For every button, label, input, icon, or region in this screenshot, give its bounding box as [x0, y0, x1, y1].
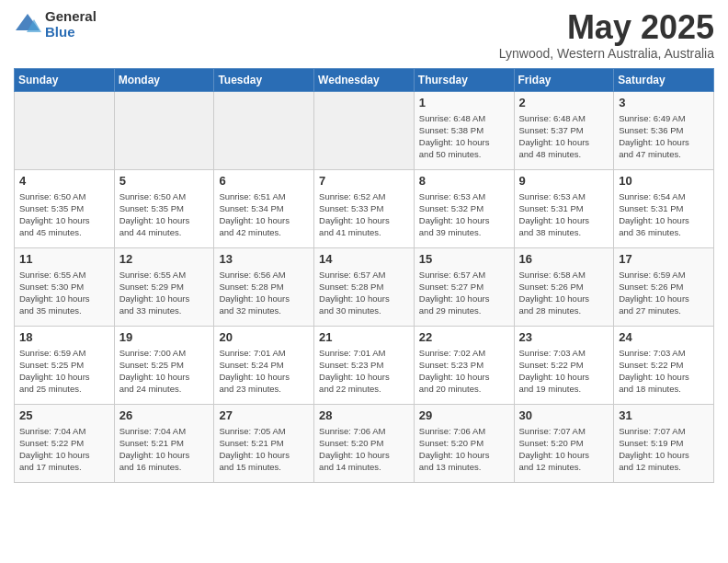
day-info: Sunrise: 7:06 AM Sunset: 5:20 PM Dayligh… — [419, 425, 509, 474]
day-number: 7 — [319, 174, 409, 188]
day-number: 24 — [619, 330, 709, 344]
calendar-cell: 26Sunrise: 7:04 AM Sunset: 5:21 PM Dayli… — [114, 404, 214, 482]
calendar-cell: 12Sunrise: 6:55 AM Sunset: 5:29 PM Dayli… — [114, 247, 214, 326]
day-number: 19 — [119, 330, 210, 344]
col-saturday: Saturday — [614, 68, 714, 91]
calendar-cell: 30Sunrise: 7:07 AM Sunset: 5:20 PM Dayli… — [514, 404, 614, 482]
day-info: Sunrise: 6:53 AM Sunset: 5:32 PM Dayligh… — [419, 190, 509, 239]
day-number: 17 — [619, 252, 709, 266]
day-number: 30 — [519, 408, 609, 422]
title-block: May 2025 Lynwood, Western Australia, Aus… — [499, 9, 714, 61]
col-sunday: Sunday — [15, 68, 115, 91]
calendar-cell — [114, 91, 214, 169]
col-thursday: Thursday — [414, 68, 514, 91]
day-number: 6 — [219, 174, 309, 188]
day-info: Sunrise: 7:03 AM Sunset: 5:22 PM Dayligh… — [519, 347, 609, 396]
calendar-cell — [15, 91, 115, 169]
day-info: Sunrise: 7:05 AM Sunset: 5:21 PM Dayligh… — [219, 425, 309, 474]
calendar-week-5: 25Sunrise: 7:04 AM Sunset: 5:22 PM Dayli… — [15, 404, 714, 482]
calendar-cell: 9Sunrise: 6:53 AM Sunset: 5:31 PM Daylig… — [514, 169, 614, 247]
calendar-cell: 16Sunrise: 6:58 AM Sunset: 5:26 PM Dayli… — [514, 247, 614, 326]
logo-blue-text: Blue — [45, 25, 97, 40]
day-info: Sunrise: 6:48 AM Sunset: 5:38 PM Dayligh… — [419, 112, 509, 161]
page-header: General Blue May 2025 Lynwood, Western A… — [14, 9, 714, 61]
day-info: Sunrise: 6:54 AM Sunset: 5:31 PM Dayligh… — [619, 190, 709, 239]
day-number: 11 — [19, 252, 109, 266]
day-number: 13 — [219, 252, 309, 266]
calendar-cell: 28Sunrise: 7:06 AM Sunset: 5:20 PM Dayli… — [314, 404, 415, 482]
calendar-cell: 27Sunrise: 7:05 AM Sunset: 5:21 PM Dayli… — [214, 404, 314, 482]
day-info: Sunrise: 7:01 AM Sunset: 5:24 PM Dayligh… — [219, 347, 309, 396]
col-monday: Monday — [114, 68, 214, 91]
day-number: 22 — [419, 330, 509, 344]
calendar-week-4: 18Sunrise: 6:59 AM Sunset: 5:25 PM Dayli… — [15, 326, 714, 404]
page-container: General Blue May 2025 Lynwood, Western A… — [0, 0, 728, 492]
day-info: Sunrise: 7:04 AM Sunset: 5:22 PM Dayligh… — [19, 425, 109, 474]
day-info: Sunrise: 6:58 AM Sunset: 5:26 PM Dayligh… — [519, 269, 609, 317]
calendar-cell: 22Sunrise: 7:02 AM Sunset: 5:23 PM Dayli… — [414, 326, 514, 404]
calendar-cell: 10Sunrise: 6:54 AM Sunset: 5:31 PM Dayli… — [614, 169, 714, 247]
day-number: 12 — [119, 252, 210, 266]
calendar-cell: 11Sunrise: 6:55 AM Sunset: 5:30 PM Dayli… — [15, 247, 115, 326]
calendar-cell: 1Sunrise: 6:48 AM Sunset: 5:38 PM Daylig… — [414, 91, 514, 169]
day-number: 31 — [619, 408, 709, 422]
day-number: 14 — [319, 252, 409, 266]
day-info: Sunrise: 7:02 AM Sunset: 5:23 PM Dayligh… — [419, 347, 509, 396]
calendar-cell: 20Sunrise: 7:01 AM Sunset: 5:24 PM Dayli… — [214, 326, 314, 404]
calendar-cell: 29Sunrise: 7:06 AM Sunset: 5:20 PM Dayli… — [414, 404, 514, 482]
day-number: 29 — [419, 408, 509, 422]
day-number: 27 — [219, 408, 309, 422]
day-number: 9 — [519, 174, 609, 188]
calendar-cell: 24Sunrise: 7:03 AM Sunset: 5:22 PM Dayli… — [614, 326, 714, 404]
day-info: Sunrise: 6:50 AM Sunset: 5:35 PM Dayligh… — [19, 190, 109, 239]
day-info: Sunrise: 6:55 AM Sunset: 5:30 PM Dayligh… — [19, 269, 109, 317]
day-number: 2 — [519, 96, 609, 109]
calendar-cell: 3Sunrise: 6:49 AM Sunset: 5:36 PM Daylig… — [614, 91, 714, 169]
day-number: 20 — [219, 330, 309, 344]
col-wednesday: Wednesday — [314, 68, 415, 91]
calendar-body: 1Sunrise: 6:48 AM Sunset: 5:38 PM Daylig… — [15, 91, 714, 482]
day-number: 4 — [19, 174, 109, 188]
day-info: Sunrise: 6:49 AM Sunset: 5:36 PM Dayligh… — [619, 112, 709, 161]
logo-general-text: General — [45, 9, 97, 25]
day-info: Sunrise: 6:48 AM Sunset: 5:37 PM Dayligh… — [519, 112, 609, 161]
calendar-cell: 19Sunrise: 7:00 AM Sunset: 5:25 PM Dayli… — [114, 326, 214, 404]
day-info: Sunrise: 7:04 AM Sunset: 5:21 PM Dayligh… — [119, 425, 210, 474]
calendar-cell: 4Sunrise: 6:50 AM Sunset: 5:35 PM Daylig… — [15, 169, 115, 247]
day-info: Sunrise: 7:07 AM Sunset: 5:19 PM Dayligh… — [619, 425, 709, 474]
month-title: May 2025 — [499, 9, 714, 46]
calendar-cell: 6Sunrise: 6:51 AM Sunset: 5:34 PM Daylig… — [214, 169, 314, 247]
day-number: 18 — [19, 330, 109, 344]
day-number: 8 — [419, 174, 509, 188]
calendar-cell: 31Sunrise: 7:07 AM Sunset: 5:19 PM Dayli… — [614, 404, 714, 482]
location-text: Lynwood, Western Australia, Australia — [499, 46, 714, 61]
day-info: Sunrise: 7:07 AM Sunset: 5:20 PM Dayligh… — [519, 425, 609, 474]
logo-text: General Blue — [45, 9, 97, 40]
day-info: Sunrise: 6:59 AM Sunset: 5:25 PM Dayligh… — [19, 347, 109, 396]
header-row: Sunday Monday Tuesday Wednesday Thursday… — [15, 68, 714, 91]
day-number: 1 — [419, 96, 509, 109]
col-friday: Friday — [514, 68, 614, 91]
day-info: Sunrise: 6:51 AM Sunset: 5:34 PM Dayligh… — [219, 190, 309, 239]
day-info: Sunrise: 6:52 AM Sunset: 5:33 PM Dayligh… — [319, 190, 409, 239]
calendar-cell: 8Sunrise: 6:53 AM Sunset: 5:32 PM Daylig… — [414, 169, 514, 247]
day-info: Sunrise: 7:03 AM Sunset: 5:22 PM Dayligh… — [619, 347, 709, 396]
day-number: 10 — [619, 174, 709, 188]
day-info: Sunrise: 6:50 AM Sunset: 5:35 PM Dayligh… — [119, 190, 210, 239]
logo: General Blue — [14, 9, 97, 40]
calendar-cell: 25Sunrise: 7:04 AM Sunset: 5:22 PM Dayli… — [15, 404, 115, 482]
col-tuesday: Tuesday — [214, 68, 314, 91]
calendar-week-3: 11Sunrise: 6:55 AM Sunset: 5:30 PM Dayli… — [15, 247, 714, 326]
day-number: 23 — [519, 330, 609, 344]
calendar-cell: 17Sunrise: 6:59 AM Sunset: 5:26 PM Dayli… — [614, 247, 714, 326]
calendar-cell: 2Sunrise: 6:48 AM Sunset: 5:37 PM Daylig… — [514, 91, 614, 169]
day-info: Sunrise: 6:53 AM Sunset: 5:31 PM Dayligh… — [519, 190, 609, 239]
day-number: 5 — [119, 174, 210, 188]
day-info: Sunrise: 7:01 AM Sunset: 5:23 PM Dayligh… — [319, 347, 409, 396]
calendar-cell: 21Sunrise: 7:01 AM Sunset: 5:23 PM Dayli… — [314, 326, 415, 404]
day-number: 3 — [619, 96, 709, 109]
day-number: 28 — [319, 408, 409, 422]
calendar-table: Sunday Monday Tuesday Wednesday Thursday… — [14, 68, 714, 483]
day-number: 25 — [19, 408, 109, 422]
day-info: Sunrise: 6:56 AM Sunset: 5:28 PM Dayligh… — [219, 269, 309, 317]
